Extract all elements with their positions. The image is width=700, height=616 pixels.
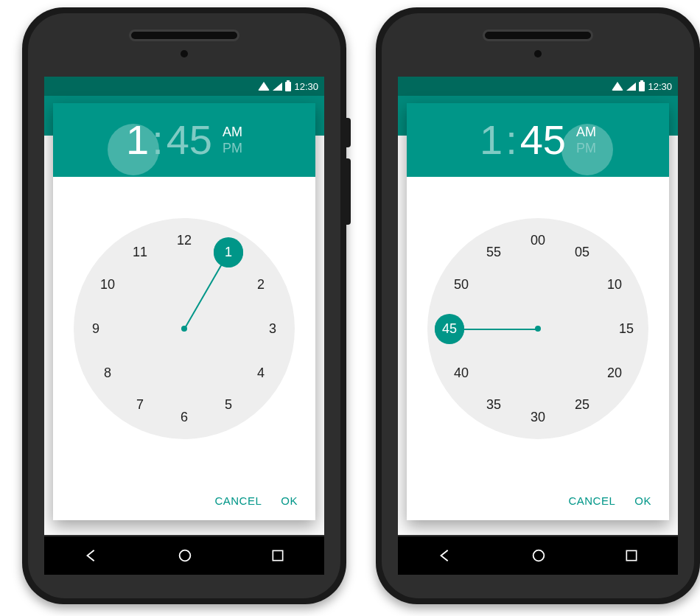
status-clock: 12:30 bbox=[648, 81, 672, 92]
minute-value[interactable]: 45 bbox=[167, 119, 212, 161]
clock-number[interactable]: 30 bbox=[523, 402, 553, 432]
am-option[interactable]: AM bbox=[576, 124, 596, 140]
nav-home-icon[interactable] bbox=[177, 547, 193, 564]
clock-number[interactable]: 10 bbox=[93, 270, 122, 299]
battery-icon bbox=[285, 82, 291, 91]
time-separator: : bbox=[152, 119, 164, 161]
ok-button[interactable]: OK bbox=[634, 494, 651, 507]
clock-face-hour[interactable]: 121234567891011 bbox=[74, 218, 295, 439]
nav-recent-icon[interactable] bbox=[270, 548, 285, 563]
minute-value[interactable]: 45 bbox=[520, 119, 566, 161]
nav-bar bbox=[398, 536, 678, 575]
clock-number[interactable]: 9 bbox=[81, 314, 111, 343]
clock-number[interactable]: 40 bbox=[447, 358, 476, 388]
clock-number[interactable]: 8 bbox=[93, 358, 122, 388]
time-picker-dialog: 1 : 45 AM PM 121234567891011 bbox=[53, 103, 315, 520]
phone-frame-left: 12:30 ✕ New event SAVE 1 : 45 AM PM bbox=[22, 7, 346, 604]
dialog-actions: CANCEL OK bbox=[407, 480, 669, 520]
clock-number[interactable]: 10 bbox=[600, 270, 629, 299]
clock-number[interactable]: 11 bbox=[125, 237, 155, 267]
ampm-toggle: AM PM bbox=[576, 124, 596, 156]
clock-number[interactable]: 35 bbox=[479, 391, 508, 420]
nav-back-icon[interactable] bbox=[83, 547, 99, 564]
clock-face-wrap: 121234567891011 bbox=[53, 177, 315, 480]
clock-number[interactable]: 12 bbox=[169, 225, 199, 255]
nav-home-icon[interactable] bbox=[531, 547, 547, 564]
clock-number[interactable]: 5 bbox=[214, 391, 243, 420]
time-readout: 1 : 45 AM PM bbox=[480, 119, 596, 161]
wifi-icon bbox=[612, 82, 623, 91]
status-bar: 12:30 bbox=[398, 77, 678, 96]
svg-rect-3 bbox=[627, 550, 637, 560]
hour-value[interactable]: 1 bbox=[126, 119, 149, 161]
clock-number[interactable]: 45 bbox=[435, 314, 464, 343]
cancel-button[interactable]: CANCEL bbox=[568, 494, 615, 507]
time-separator: : bbox=[505, 119, 517, 161]
clock-number[interactable]: 20 bbox=[600, 358, 629, 388]
phone-frame-right: 12:30 ✕ New event SAVE 1 : 45 AM PM bbox=[376, 7, 700, 604]
time-picker-header: 1 : 45 AM PM bbox=[53, 103, 315, 177]
svg-point-2 bbox=[533, 550, 545, 561]
clock-number[interactable]: 1 bbox=[214, 237, 243, 267]
clock-number[interactable]: 25 bbox=[567, 391, 597, 420]
screen-right: 12:30 ✕ New event SAVE 1 : 45 AM PM bbox=[398, 77, 678, 535]
dialog-actions: CANCEL OK bbox=[53, 480, 315, 520]
clock-number[interactable]: 05 bbox=[567, 237, 597, 267]
nav-recent-icon[interactable] bbox=[624, 548, 639, 563]
status-bar: 12:30 bbox=[44, 77, 324, 96]
clock-number[interactable]: 00 bbox=[523, 225, 553, 255]
clock-number[interactable]: 6 bbox=[169, 402, 199, 432]
clock-face-minute[interactable]: 000510152025303540455055 bbox=[427, 218, 648, 439]
phone-side-button bbox=[346, 118, 351, 147]
phone-volume-rocker bbox=[346, 158, 351, 225]
svg-rect-1 bbox=[273, 550, 283, 560]
pm-option[interactable]: PM bbox=[223, 140, 242, 156]
clock-number[interactable]: 4 bbox=[246, 358, 276, 388]
phone-sensor bbox=[534, 50, 542, 57]
clock-number[interactable]: 15 bbox=[612, 314, 641, 343]
phone-inner: 12:30 ✕ New event SAVE 1 : 45 AM PM bbox=[28, 13, 340, 598]
cell-signal-icon bbox=[626, 83, 636, 91]
cancel-button[interactable]: CANCEL bbox=[214, 494, 262, 507]
status-clock: 12:30 bbox=[294, 81, 318, 92]
time-picker-dialog: 1 : 45 AM PM 000510152025303540455055 bbox=[407, 103, 669, 520]
clock-number[interactable]: 3 bbox=[258, 314, 287, 343]
clock-pivot bbox=[535, 326, 541, 332]
pm-option[interactable]: PM bbox=[576, 140, 596, 156]
hour-value[interactable]: 1 bbox=[480, 119, 503, 161]
clock-number[interactable]: 55 bbox=[479, 237, 508, 267]
battery-icon bbox=[639, 82, 645, 91]
time-picker-header: 1 : 45 AM PM bbox=[407, 103, 669, 177]
clock-face-wrap: 000510152025303540455055 bbox=[407, 177, 669, 480]
clock-number[interactable]: 7 bbox=[125, 391, 155, 420]
phone-earpiece bbox=[129, 29, 239, 41]
am-option[interactable]: AM bbox=[223, 124, 242, 140]
clock-number[interactable]: 50 bbox=[447, 270, 476, 299]
svg-point-0 bbox=[180, 550, 191, 561]
wifi-icon bbox=[258, 82, 270, 91]
clock-pivot bbox=[181, 326, 187, 332]
nav-back-icon[interactable] bbox=[437, 547, 453, 564]
phone-earpiece bbox=[483, 29, 593, 41]
ampm-toggle: AM PM bbox=[223, 124, 242, 156]
screen-left: 12:30 ✕ New event SAVE 1 : 45 AM PM bbox=[44, 77, 324, 535]
nav-bar bbox=[44, 536, 324, 575]
ok-button[interactable]: OK bbox=[281, 494, 298, 507]
phone-sensor bbox=[181, 50, 188, 57]
cell-signal-icon bbox=[273, 83, 282, 91]
phone-inner: 12:30 ✕ New event SAVE 1 : 45 AM PM bbox=[382, 13, 694, 598]
clock-number[interactable]: 2 bbox=[246, 270, 276, 299]
time-readout: 1 : 45 AM PM bbox=[126, 119, 242, 161]
